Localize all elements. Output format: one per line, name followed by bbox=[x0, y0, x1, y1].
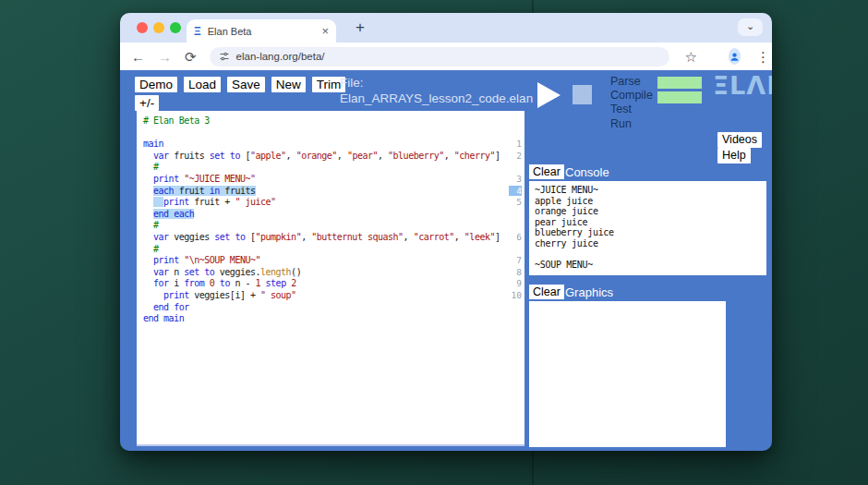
code-line[interactable]: end for bbox=[143, 302, 524, 314]
new-button[interactable]: New bbox=[271, 77, 306, 92]
app-toolbar: Demo Load Save New Trim bbox=[135, 77, 345, 92]
browser-window: Ξ Elan Beta × + ⌄ ← → ⟳ elan-lang.org/be… bbox=[120, 13, 772, 451]
browser-menu-icon[interactable]: ⋮ bbox=[756, 50, 770, 64]
console-output: ~JUICE MENU~ apple juice orange juice pe… bbox=[535, 185, 761, 271]
code-line[interactable]: var n set to veggies.length()8 bbox=[143, 267, 524, 279]
url-text: elan-lang.org/beta/ bbox=[236, 51, 325, 62]
graphics-panel bbox=[529, 301, 726, 447]
line-number: 10 bbox=[509, 290, 522, 300]
code-line[interactable]: end main bbox=[143, 313, 524, 325]
browser-address-bar: ← → ⟳ elan-lang.org/beta/ ☆ ⋮ bbox=[120, 42, 772, 70]
code-line[interactable]: var fruits set to ["apple", "orange", "p… bbox=[143, 151, 524, 163]
code-line[interactable]: each fruit in fruits4 bbox=[143, 186, 524, 198]
browser-tab-strip: Ξ Elan Beta × + ⌄ bbox=[120, 13, 772, 42]
step-compile: Compile bbox=[610, 89, 653, 103]
console-label: Console bbox=[565, 165, 609, 179]
console-clear-button[interactable]: Clear bbox=[529, 164, 564, 179]
back-icon[interactable]: ← bbox=[131, 50, 145, 64]
code-line[interactable]: # bbox=[143, 220, 524, 232]
step-run: Run bbox=[610, 117, 653, 131]
url-field[interactable]: elan-lang.org/beta/ bbox=[210, 47, 669, 67]
code-line[interactable]: # Elan Beta 3 bbox=[143, 115, 524, 127]
save-button[interactable]: Save bbox=[227, 77, 265, 92]
expand-collapse-button[interactable]: +/- bbox=[135, 95, 159, 111]
step-test: Test bbox=[610, 103, 653, 116]
step-parse: Parse bbox=[610, 75, 653, 89]
new-tab-button[interactable]: + bbox=[349, 17, 371, 39]
code-line[interactable]: for i from 0 to n - 1 step 29 bbox=[143, 278, 524, 290]
code-line[interactable]: var veggies set to ["pumpkin", "butternu… bbox=[143, 232, 524, 244]
code-editor[interactable]: # Elan Beta 3main1 var fruits set to ["a… bbox=[137, 111, 524, 446]
code-line[interactable]: end each bbox=[143, 209, 524, 221]
graphics-clear-button[interactable]: Clear bbox=[529, 285, 564, 299]
tab-search-chevron-icon[interactable]: ⌄ bbox=[738, 18, 763, 36]
code-line[interactable]: print fruit + " juice"5 bbox=[143, 197, 524, 209]
load-button[interactable]: Load bbox=[184, 77, 221, 92]
forward-icon[interactable]: → bbox=[158, 50, 172, 64]
stop-button[interactable] bbox=[573, 85, 592, 104]
file-label: File: Elan_ARRAYS_lesson2_code.elan bbox=[340, 75, 533, 106]
code-line[interactable]: # bbox=[143, 162, 524, 174]
line-number: 7 bbox=[509, 255, 522, 265]
code-line[interactable]: print "~JUICE MENU~"3 bbox=[143, 174, 524, 186]
elan-favicon-icon: Ξ bbox=[194, 26, 201, 37]
reload-icon[interactable]: ⟳ bbox=[185, 50, 197, 64]
bookmark-star-icon[interactable]: ☆ bbox=[685, 50, 697, 64]
build-status bbox=[657, 77, 702, 106]
maximize-window-button[interactable] bbox=[170, 22, 181, 33]
browser-tab[interactable]: Ξ Elan Beta × bbox=[187, 19, 336, 42]
tab-title: Elan Beta bbox=[208, 26, 316, 37]
videos-button[interactable]: Videos bbox=[717, 132, 762, 148]
line-number: 4 bbox=[509, 186, 522, 196]
line-number: 6 bbox=[509, 232, 522, 242]
minimize-window-button[interactable] bbox=[153, 22, 164, 33]
line-number: 2 bbox=[509, 151, 522, 161]
help-button[interactable]: Help bbox=[717, 148, 751, 164]
run-play-button[interactable] bbox=[537, 82, 561, 108]
console-panel: ~JUICE MENU~ apple juice orange juice pe… bbox=[529, 181, 766, 275]
graphics-label: Graphics bbox=[565, 285, 613, 299]
line-number: 8 bbox=[509, 267, 522, 277]
person-icon bbox=[729, 51, 741, 63]
profile-avatar[interactable] bbox=[729, 48, 741, 65]
line-number: 1 bbox=[509, 139, 522, 149]
file-label-prefix: File: bbox=[340, 75, 533, 91]
elan-logo: ΞLΛΠ bbox=[713, 71, 772, 100]
build-steps: Parse Compile Test Run bbox=[610, 75, 653, 131]
code-line[interactable] bbox=[143, 127, 524, 139]
file-name: Elan_ARRAYS_lesson2_code.elan bbox=[340, 91, 533, 106]
close-window-button[interactable] bbox=[137, 22, 148, 33]
code-line[interactable]: # bbox=[143, 244, 524, 256]
code-lines: # Elan Beta 3main1 var fruits set to ["a… bbox=[143, 115, 524, 325]
code-line[interactable]: main1 bbox=[143, 139, 524, 151]
compile-status-indicator bbox=[657, 91, 702, 103]
code-line[interactable]: print "\n~SOUP MENU~"7 bbox=[143, 255, 524, 267]
demo-button[interactable]: Demo bbox=[135, 77, 177, 92]
tab-close-icon[interactable]: × bbox=[321, 25, 329, 37]
code-line[interactable]: print veggies[i] + " soup"10 bbox=[143, 290, 524, 302]
parse-status-indicator bbox=[657, 77, 702, 89]
line-number: 5 bbox=[509, 197, 522, 207]
elan-app: Demo Load Save New Trim +/- File: Elan_A… bbox=[120, 70, 772, 451]
line-number: 3 bbox=[509, 174, 522, 184]
line-number: 9 bbox=[509, 278, 522, 288]
site-settings-icon[interactable] bbox=[219, 51, 230, 62]
